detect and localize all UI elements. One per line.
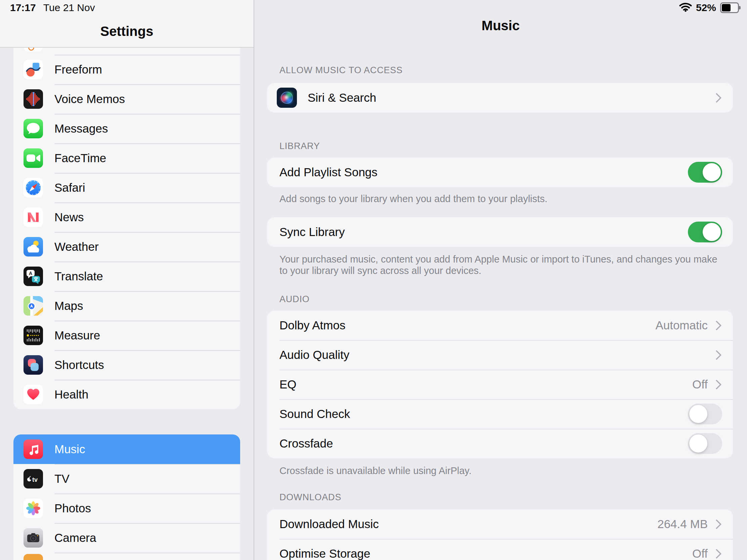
- row-label: EQ: [280, 378, 297, 391]
- measure-icon: [24, 326, 43, 345]
- sync-library-card: Sync Library: [267, 217, 733, 247]
- section-header-library: LIBRARY: [267, 141, 733, 152]
- audio-card: Dolby Atmos Automatic Audio Quality EQ O…: [267, 311, 733, 458]
- sidebar-item-messages[interactable]: Messages: [14, 114, 240, 143]
- crossfade-row: Crossfade: [267, 429, 733, 458]
- downloaded-music-row[interactable]: Downloaded Music 264.4 MB: [267, 509, 733, 539]
- page-title: Music: [254, 0, 747, 33]
- sidebar-item-label: Weather: [54, 240, 99, 254]
- add-playlist-songs-row: Add Playlist Songs: [267, 157, 733, 187]
- siri-icon: [277, 88, 297, 108]
- sidebar-item-label: Voice Memos: [54, 92, 125, 106]
- sidebar-item-music[interactable]: Music: [14, 434, 240, 464]
- audio-quality-row[interactable]: Audio Quality: [267, 340, 733, 370]
- facetime-icon: [24, 149, 43, 168]
- sidebar-group-apps: Freeform Voice Memos Messages: [14, 47, 240, 409]
- row-label: Sync Library: [280, 225, 345, 239]
- sidebar-item-partial-bottom[interactable]: [14, 553, 240, 560]
- chevron-right-icon: [712, 549, 722, 559]
- allow-access-card: Siri & Search: [267, 83, 733, 112]
- sidebar-item-label: Messages: [54, 122, 108, 135]
- sidebar-item-label: Freeform: [54, 63, 102, 76]
- status-bar-left: 17:17 Tue 21 Nov: [10, 2, 95, 14]
- chevron-right-icon: [712, 350, 722, 360]
- sidebar-item-voice-memos[interactable]: Voice Memos: [14, 84, 240, 114]
- downloads-card: Downloaded Music 264.4 MB Optimise Stora…: [267, 509, 733, 560]
- section-header-downloads: DOWNLOADS: [267, 492, 733, 503]
- battery-percent: 52%: [696, 2, 716, 14]
- section-footer: Your purchased music, content you add fr…: [267, 254, 726, 276]
- messages-icon: [24, 119, 43, 138]
- wifi-icon: [679, 2, 692, 13]
- news-icon: [24, 208, 43, 227]
- sidebar-item-label: Safari: [54, 181, 85, 194]
- sidebar-item-measure[interactable]: Measure: [14, 321, 240, 350]
- add-playlist-songs-card: Add Playlist Songs: [267, 157, 733, 187]
- status-bar-right: 52%: [679, 2, 739, 14]
- sidebar-item-label: Photos: [54, 502, 91, 515]
- svg-text:tv: tv: [32, 476, 37, 483]
- row-label: Sound Check: [280, 407, 350, 421]
- svg-text:A: A: [29, 271, 32, 276]
- sidebar-list[interactable]: Freeform Voice Memos Messages: [14, 47, 240, 560]
- ipad-settings-screen: 17:17 Tue 21 Nov 52% Settings: [0, 0, 747, 560]
- section-header-allow-access: ALLOW MUSIC TO ACCESS: [267, 65, 733, 76]
- siri-and-search-row[interactable]: Siri & Search: [267, 83, 733, 112]
- music-settings-panel: Music ALLOW MUSIC TO ACCESS Siri & Searc…: [254, 0, 747, 560]
- section-footer: Add songs to your library when you add t…: [267, 193, 726, 205]
- crossfade-toggle[interactable]: [688, 433, 722, 454]
- sidebar-item-camera[interactable]: Camera: [14, 523, 240, 553]
- sidebar-item-maps[interactable]: Maps: [14, 291, 240, 321]
- row-label: Downloaded Music: [280, 517, 379, 531]
- section-header-audio: AUDIO: [267, 294, 733, 304]
- safari-icon: [24, 178, 43, 197]
- dolby-atmos-row[interactable]: Dolby Atmos Automatic: [267, 311, 733, 340]
- sidebar-item-health[interactable]: Health: [14, 380, 240, 409]
- optimise-storage-row[interactable]: Optimise Storage Off: [267, 539, 733, 560]
- chevron-right-icon: [712, 519, 722, 529]
- music-icon: [24, 439, 43, 459]
- sidebar-item-label: Maps: [54, 299, 83, 313]
- chevron-right-icon: [712, 320, 722, 330]
- voice-memos-icon: [24, 89, 43, 109]
- weather-icon: [24, 237, 43, 257]
- row-label: Crossfade: [280, 437, 333, 450]
- sync-library-toggle[interactable]: [688, 221, 722, 242]
- sidebar-item-news[interactable]: News: [14, 203, 240, 232]
- sidebar-item-label: Measure: [54, 329, 100, 342]
- row-label: Audio Quality: [280, 348, 349, 362]
- books-icon: [24, 554, 43, 560]
- section-footer: Crossfade is unavailable while using Air…: [267, 465, 726, 476]
- sidebar-item-shortcuts[interactable]: Shortcuts: [14, 350, 240, 380]
- status-date: Tue 21 Nov: [43, 2, 95, 14]
- add-playlist-songs-toggle[interactable]: [688, 162, 722, 183]
- sidebar-item-freeform[interactable]: Freeform: [14, 55, 240, 84]
- sidebar: Settings Freeform Voice Memos: [0, 0, 254, 560]
- sidebar-item-label: FaceTime: [54, 152, 106, 165]
- sidebar-item-label: Music: [54, 443, 85, 456]
- sound-check-toggle[interactable]: [688, 404, 722, 424]
- sidebar-item-tv[interactable]: tv TV: [14, 464, 240, 494]
- battery-icon: [720, 2, 739, 13]
- sidebar-item-partial-top[interactable]: [14, 47, 240, 55]
- row-value: Automatic: [655, 319, 708, 332]
- sound-check-row: Sound Check: [267, 399, 733, 429]
- row-label: Dolby Atmos: [280, 319, 345, 332]
- sidebar-item-facetime[interactable]: FaceTime: [14, 143, 240, 173]
- sidebar-item-label: TV: [54, 472, 70, 485]
- sidebar-item-label: Shortcuts: [54, 358, 104, 372]
- eq-row[interactable]: EQ Off: [267, 370, 733, 399]
- sidebar-item-label: Camera: [54, 531, 96, 544]
- tv-icon: tv: [24, 469, 43, 488]
- sidebar-item-weather[interactable]: Weather: [14, 232, 240, 262]
- sidebar-item-safari[interactable]: Safari: [14, 173, 240, 203]
- sidebar-item-translate[interactable]: A Translate: [14, 262, 240, 291]
- sidebar-item-label: Health: [54, 388, 88, 401]
- row-label: Siri & Search: [308, 91, 376, 104]
- chevron-right-icon: [712, 379, 722, 390]
- sidebar-item-photos[interactable]: Photos: [14, 494, 240, 523]
- shortcuts-icon: [24, 355, 43, 375]
- camera-icon: [24, 528, 43, 548]
- row-value: 264.4 MB: [657, 517, 708, 531]
- row-label: Add Playlist Songs: [280, 165, 378, 179]
